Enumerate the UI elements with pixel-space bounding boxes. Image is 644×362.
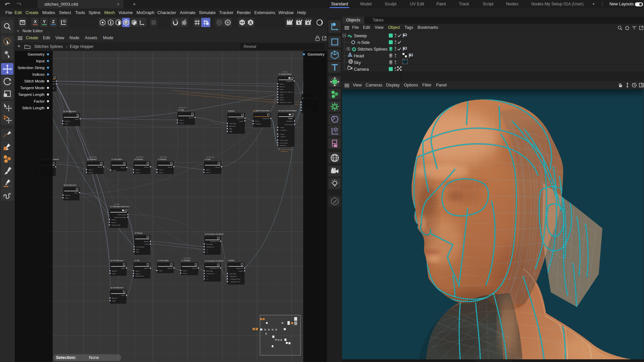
- svg-text:geometries: geometries: [281, 150, 288, 152]
- svg-text:Array In: Array In: [65, 120, 70, 122]
- svg-text:⇄ Build: ⇄ Build: [228, 110, 234, 112]
- svg-text:Length: Length: [239, 120, 244, 122]
- svg-text:Arithmetic: Arithmetic: [136, 156, 144, 158]
- svg-text:ƒx Calculate Stitch Len...: ƒx Calculate Stitch Len...: [110, 205, 131, 207]
- svg-text:Sweep: Sweep: [354, 34, 367, 38]
- svg-text:⇄ Loop Carried Value: ⇄ Loop Carried Value: [278, 110, 297, 112]
- svg-text:Value 1: Value 1: [111, 219, 116, 221]
- svg-text:Input 1: Input 1: [280, 83, 284, 85]
- svg-text:Container Out: Container Out: [210, 267, 219, 269]
- svg-text:Array Out: Array Out: [236, 267, 243, 269]
- svg-text:Input 2: Input 2: [179, 122, 184, 124]
- svg-text:ƒx Multiply: ƒx Multiply: [134, 158, 143, 160]
- svg-text:Stitches per Edge: Stitches per Edge: [114, 217, 126, 218]
- svg-text:Input 1: Input 1: [159, 169, 164, 171]
- svg-text:X: X: [34, 19, 37, 24]
- svg-text:ƒx Add: ƒx Add: [178, 109, 184, 111]
- svg-text:Input: Input: [36, 59, 45, 63]
- svg-text:Array In: Array In: [112, 270, 117, 272]
- svg-text:ƒx Mix: ƒx Mix: [134, 259, 140, 261]
- svg-text:⇄ Range: ⇄ Range: [135, 232, 143, 234]
- svg-text:Length: Length: [238, 270, 243, 272]
- svg-text:Data Type: Data Type: [206, 243, 213, 245]
- svg-text:Points: Points: [255, 120, 260, 122]
- svg-text:Indices: Indices: [33, 72, 45, 76]
- svg-text:- Compose Cont...: - Compose Cont...: [229, 278, 241, 280]
- svg-text:Input 2: Input 2: [136, 172, 140, 173]
- svg-text:Geometry: Geometry: [28, 52, 45, 56]
- svg-text:Result: Result: [193, 267, 197, 269]
- svg-text:⇄ Get Element: ⇄ Get Element: [111, 259, 123, 261]
- svg-text:None: None: [89, 355, 99, 360]
- svg-text:ƒx Multiply: ƒx Multiply: [158, 158, 167, 160]
- svg-text:Data Type: Data Type: [229, 273, 236, 275]
- svg-text:⇄ Build: ⇄ Build: [228, 259, 234, 261]
- svg-text:_0: _0: [206, 249, 208, 250]
- svg-text:Input: Input: [159, 270, 163, 272]
- svg-text:Outer Scope: Outer Scope: [136, 246, 145, 248]
- svg-text:Y: Y: [43, 19, 46, 24]
- svg-text:Input 1: Input 1: [136, 169, 140, 171]
- svg-text:Elements 1, Value 1: Elements 1, Value 1: [280, 91, 293, 93]
- svg-text:⇄ Get Element: ⇄ Get Element: [64, 184, 76, 186]
- svg-text:Tangent Length: Tangent Length: [18, 93, 45, 97]
- svg-text:Arithmetic: Arithmetic: [160, 156, 167, 158]
- svg-text:Outer Scope: Outer Scope: [280, 139, 288, 141]
- svg-text:Elements 2, Value...: Elements 2, Value...: [280, 102, 293, 103]
- svg-text:Container In: Container In: [206, 273, 214, 275]
- svg-text:Input 2: Input 2: [159, 172, 164, 173]
- svg-text:ƒx Add: ƒx Add: [205, 158, 210, 160]
- svg-text:Target Length: Target Length: [111, 224, 120, 226]
- svg-text:Group: Group: [282, 71, 287, 73]
- svg-text:Group: Group: [115, 203, 119, 205]
- svg-text:ƒx Normalize: ƒx Normalize: [111, 158, 122, 160]
- svg-text:Result: Result: [189, 117, 194, 119]
- svg-text:- Variable 1: - Variable 1: [280, 129, 287, 131]
- svg-text:Result: Result: [168, 166, 172, 168]
- svg-text:- Compose Cont...: - Compose Cont...: [229, 281, 241, 283]
- svg-text:⇄ Get Element: ⇄ Get Element: [63, 110, 76, 112]
- svg-text:A: A: [249, 20, 252, 25]
- svg-text:Result: Result: [145, 166, 149, 168]
- svg-text:Input 1: Input 1: [183, 270, 187, 272]
- svg-text:Input 2: Input 2: [206, 172, 211, 173]
- svg-text:Range: Range: [144, 241, 149, 242]
- svg-text:Index: Index: [112, 273, 116, 275]
- svg-text:Variable 1: Variable 1: [286, 120, 293, 122]
- svg-text:Index: Index: [280, 88, 284, 90]
- svg-text:Outer Scope: Outer Scope: [284, 124, 293, 125]
- svg-text:Value 2: Value 2: [111, 222, 116, 223]
- svg-text:Stitch Length: Stitch Length: [117, 214, 126, 216]
- svg-text:Add: Add: [229, 128, 232, 130]
- svg-text:Selection:: Selection:: [56, 355, 76, 360]
- svg-text:Arithmetic: Arithmetic: [179, 107, 186, 109]
- svg-text:Result: Result: [98, 166, 102, 168]
- svg-text:Add: Add: [229, 131, 232, 132]
- svg-text:Value: Value: [74, 192, 78, 194]
- svg-text:Tangents: Tangents: [255, 123, 262, 125]
- svg-text:_0: _0: [206, 276, 208, 277]
- svg-text:Sky: Sky: [354, 60, 361, 65]
- svg-text:Start: Start: [136, 249, 140, 250]
- svg-text:Arithmetic: Arithmetic: [89, 156, 97, 158]
- svg-text:Array In: Array In: [65, 194, 70, 196]
- svg-text:Container Out: Container Out: [210, 241, 219, 242]
- svg-text:Head: Head: [354, 54, 364, 58]
- svg-text:_1: _1: [206, 278, 208, 280]
- svg-text:Stitches Splines: Stitches Splines: [358, 47, 387, 52]
- svg-text:Geometry: Geometry: [280, 144, 286, 146]
- svg-text:Arithmetic: Arithmetic: [183, 257, 191, 259]
- svg-text:Connect iterated: Connect iterated: [281, 148, 292, 150]
- svg-text:Array In: Array In: [112, 297, 117, 299]
- svg-text:Value: Value: [75, 118, 78, 120]
- svg-text:Index: Index: [65, 123, 69, 125]
- svg-text:Result: Result: [121, 167, 125, 169]
- svg-text:Camera: Camera: [354, 67, 369, 72]
- svg-text:End: End: [136, 251, 139, 253]
- svg-text:Variable 1: Variable 1: [286, 80, 293, 82]
- svg-text:Input 2: Input 2: [136, 273, 140, 275]
- svg-text:Inner Scope: Inner Scope: [280, 142, 288, 144]
- svg-text:Value: Value: [121, 267, 125, 269]
- svg-text:Final •: Final •: [288, 118, 293, 119]
- svg-text:Geometry: Geometry: [308, 52, 325, 56]
